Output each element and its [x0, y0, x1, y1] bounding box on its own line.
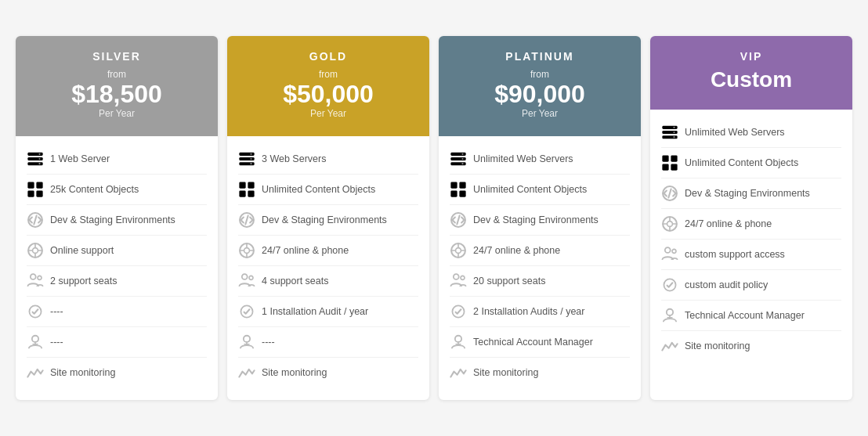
svg-point-4: [38, 158, 40, 160]
svg-rect-50: [450, 162, 465, 165]
feature-text-silver-2: Dev & Staging Environments: [50, 214, 207, 225]
feature-text-vip-3: 24/7 online & phone: [685, 218, 841, 229]
feature-text-platinum-7: Site monitoring: [473, 367, 630, 378]
feature-text-gold-3: 24/7 online & phone: [262, 245, 418, 256]
feature-icon-content-gold-1: [238, 181, 255, 198]
plan-features-vip: Unlimited Web Servers Unlimited Content …: [650, 110, 852, 373]
feature-row-platinum-5: 2 Installation Audits / year: [450, 297, 630, 327]
feature-text-gold-5: 1 Installation Audit / year: [262, 306, 418, 317]
svg-rect-79: [671, 155, 677, 161]
feature-row-platinum-2: Dev & Staging Environments: [450, 205, 630, 236]
feature-row-gold-4: 4 support seats: [238, 266, 418, 297]
feature-text-silver-1: 25k Content Objects: [50, 184, 207, 195]
feature-row-silver-5: ----: [27, 297, 207, 327]
plan-header-vip: VIP Custom: [650, 36, 852, 110]
feature-row-silver-1: 25k Content Objects: [27, 175, 207, 205]
plan-period-silver: Per Year: [25, 108, 208, 119]
svg-point-66: [454, 274, 459, 279]
feature-row-platinum-1: Unlimited Content Objects: [450, 175, 630, 205]
svg-rect-9: [36, 190, 42, 196]
feature-row-silver-2: Dev & Staging Environments: [27, 205, 207, 236]
feature-icon-audit-vip-5: [661, 276, 678, 294]
plan-period-gold: Per Year: [237, 108, 420, 119]
svg-rect-72: [662, 126, 677, 129]
svg-point-18: [31, 274, 36, 279]
feature-row-gold-6: ----: [238, 327, 418, 358]
feature-text-vip-4: custom support access: [685, 249, 841, 260]
feature-text-gold-4: 4 support seats: [262, 276, 418, 286]
feature-icon-audit-gold-5: [238, 303, 255, 320]
svg-rect-6: [27, 182, 34, 188]
plan-from-platinum: from: [448, 69, 631, 80]
feature-text-platinum-3: 24/7 online & phone: [473, 245, 630, 256]
plan-header-platinum: PLATINUM from $90,000 Per Year: [439, 36, 641, 136]
plan-features-silver: 1 Web Server 25k Content Objects Dev & S…: [16, 136, 218, 400]
feature-row-gold-0: 3 Web Servers: [238, 144, 418, 175]
svg-point-45: [244, 336, 250, 342]
plan-card-vip: VIP Custom Unlimited Web Servers Unlimit…: [650, 36, 852, 400]
svg-rect-7: [36, 182, 42, 188]
feature-row-vip-2: Dev & Staging Environments: [661, 178, 841, 209]
svg-rect-48: [450, 153, 465, 156]
svg-point-29: [250, 163, 251, 164]
plan-features-gold: 3 Web Servers Unlimited Content Objects …: [227, 136, 429, 400]
feature-row-gold-3: 24/7 online & phone: [238, 236, 418, 266]
feature-icon-dev-gold-2: [238, 211, 255, 229]
feature-text-platinum-5: 2 Installation Audits / year: [473, 306, 630, 317]
svg-rect-74: [662, 135, 677, 139]
feature-icon-audit-silver-5: [27, 303, 44, 320]
feature-icon-content-vip-1: [661, 154, 678, 171]
plan-name-vip: VIP: [660, 50, 843, 63]
svg-rect-1: [27, 157, 42, 160]
feature-icon-manager-silver-6: [27, 333, 44, 351]
feature-text-vip-5: custom audit policy: [685, 279, 841, 290]
svg-rect-55: [459, 182, 465, 188]
feature-text-silver-5: ----: [50, 306, 207, 317]
feature-row-vip-4: custom support access: [661, 240, 841, 270]
svg-line-35: [245, 216, 248, 225]
svg-point-69: [455, 336, 461, 342]
feature-icon-server-vip-0: [661, 124, 678, 141]
feature-text-silver-3: Online support: [50, 245, 207, 256]
svg-rect-81: [671, 164, 677, 170]
feature-row-silver-7: Site monitoring: [27, 358, 207, 387]
feature-row-silver-4: 2 support seats: [27, 266, 207, 297]
plan-period-platinum: Per Year: [448, 108, 631, 119]
svg-point-67: [461, 276, 465, 279]
feature-icon-dev-silver-2: [27, 211, 44, 229]
feature-text-silver-6: ----: [50, 337, 207, 348]
feature-row-gold-2: Dev & Staging Environments: [238, 205, 418, 236]
feature-icon-support-gold-3: [238, 242, 255, 259]
plan-header-silver: SILVER from $18,500 Per Year: [16, 36, 218, 136]
svg-point-52: [461, 158, 463, 160]
feature-row-platinum-3: 24/7 online & phone: [450, 236, 630, 266]
feature-text-gold-6: ----: [262, 337, 418, 348]
feature-icon-content-silver-1: [27, 181, 44, 198]
feature-row-platinum-7: Site monitoring: [450, 358, 630, 387]
plan-name-silver: SILVER: [25, 50, 208, 63]
svg-rect-2: [27, 162, 42, 165]
plan-from-silver: from: [25, 69, 208, 80]
svg-point-19: [38, 276, 42, 279]
svg-rect-78: [662, 155, 668, 161]
feature-icon-seats-gold-4: [238, 272, 255, 290]
svg-point-51: [461, 153, 463, 155]
feature-icon-manager-gold-6: [238, 333, 255, 351]
feature-row-gold-5: 1 Installation Audit / year: [238, 297, 418, 327]
feature-icon-seats-vip-4: [661, 246, 678, 263]
feature-row-silver-6: ----: [27, 327, 207, 358]
svg-point-43: [249, 276, 253, 279]
svg-point-28: [250, 158, 251, 160]
feature-icon-seats-platinum-4: [450, 272, 467, 290]
feature-text-gold-1: Unlimited Content Objects: [262, 184, 418, 195]
svg-line-11: [34, 216, 36, 225]
feature-icon-manager-platinum-6: [450, 333, 467, 351]
svg-line-83: [668, 189, 671, 198]
svg-point-37: [244, 248, 250, 254]
feature-icon-support-silver-3: [27, 242, 44, 259]
feature-text-platinum-4: 20 support seats: [473, 276, 630, 286]
plan-features-platinum: Unlimited Web Servers Unlimited Content …: [439, 136, 641, 400]
feature-icon-monitor-gold-7: [238, 364, 255, 381]
svg-point-27: [250, 153, 251, 155]
svg-point-77: [673, 136, 675, 138]
